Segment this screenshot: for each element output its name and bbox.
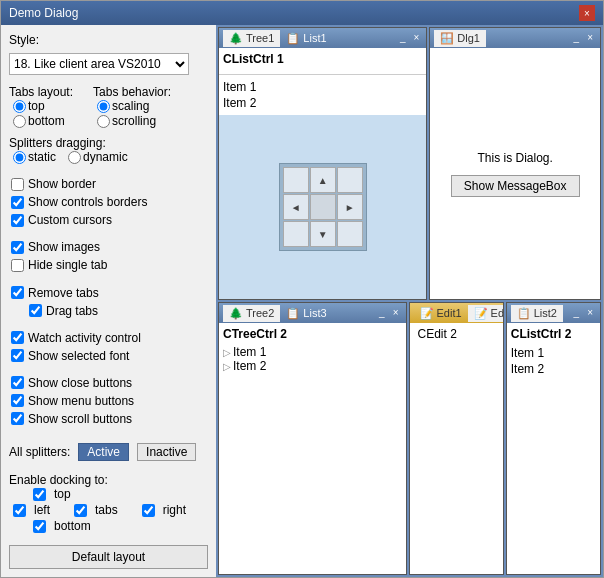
dlg1-close-btn[interactable]: × bbox=[584, 32, 596, 44]
dock-right-checkbox[interactable] bbox=[142, 504, 155, 517]
splitter-cell-bottom[interactable]: ▼ bbox=[310, 221, 336, 247]
cb-show-images-row: Show images bbox=[11, 240, 208, 254]
all-splitters-label: All splitters: bbox=[9, 445, 70, 459]
tab-list3[interactable]: 📋 List3 bbox=[280, 305, 332, 322]
cb-show-controls-row: Show controls borders bbox=[11, 195, 208, 209]
list2-close-btn[interactable]: × bbox=[584, 307, 596, 319]
show-border-checkbox[interactable] bbox=[11, 178, 24, 191]
dock-left-label: left bbox=[34, 503, 50, 517]
tab-dlg1[interactable]: 🪟 Dlg1 bbox=[434, 30, 486, 47]
default-layout-button[interactable]: Default layout bbox=[9, 545, 208, 569]
hide-single-checkbox[interactable] bbox=[11, 259, 24, 272]
splitter-cell-right[interactable]: ► bbox=[337, 194, 363, 220]
tree1-pin-btn[interactable]: _ bbox=[397, 32, 409, 44]
style-row: Style: bbox=[9, 33, 208, 47]
show-controls-checkbox[interactable] bbox=[11, 196, 24, 209]
watch-activity-checkbox[interactable] bbox=[11, 331, 24, 344]
list2-pin-btn[interactable]: _ bbox=[571, 307, 583, 319]
tabs-behavior-scaling: scaling bbox=[97, 99, 171, 113]
hide-single-label: Hide single tab bbox=[28, 258, 107, 272]
splitters-dynamic-label: dynamic bbox=[83, 150, 128, 164]
tab-edit2[interactable]: 📝 Edit2 bbox=[468, 305, 504, 322]
tree2-tab-label: Tree2 bbox=[246, 307, 274, 319]
dock-left-checkbox[interactable] bbox=[13, 504, 26, 517]
show-images-checkbox[interactable] bbox=[11, 241, 24, 254]
cb-show-border-row: Show border bbox=[11, 177, 208, 191]
active-button[interactable]: Active bbox=[78, 443, 129, 461]
left-panel: Style: 18. Like client area VS2010 Tabs … bbox=[1, 25, 216, 577]
left-arrow-icon: ◄ bbox=[291, 202, 301, 213]
show-selected-label: Show selected font bbox=[28, 349, 129, 363]
drag-tabs-label: Drag tabs bbox=[46, 304, 98, 318]
list1-icon: 📋 bbox=[286, 32, 300, 45]
list1-items: Item 1 Item 2 bbox=[219, 75, 426, 115]
list1-item-2: Item 2 bbox=[223, 95, 422, 111]
tree1-close-btn[interactable]: × bbox=[411, 32, 423, 44]
tab-tree2[interactable]: 🌲 Tree2 bbox=[223, 305, 280, 322]
tabs-behavior-scaling-radio[interactable] bbox=[97, 100, 110, 113]
dock-bottom-label: bottom bbox=[54, 519, 91, 533]
cb-show-scroll-row: Show scroll buttons bbox=[11, 412, 208, 426]
tree1-tabs: 🌲 Tree1 📋 List1 bbox=[223, 30, 333, 47]
cb-show-selected-row: Show selected font bbox=[11, 349, 208, 363]
splitter-cell-center[interactable] bbox=[310, 194, 336, 220]
tabs-layout-radios: top bottom bbox=[13, 99, 73, 128]
tree1-panel: 🌲 Tree1 📋 List1 _ × bbox=[218, 27, 427, 300]
up-arrow-icon: ▲ bbox=[318, 175, 328, 186]
tabs-layout-bottom-radio[interactable] bbox=[13, 115, 26, 128]
list2-panel: 📋 List2 _ × CListCtrl 2 Item 1 bbox=[506, 302, 601, 575]
tree1-title-bar: 🌲 Tree1 📋 List1 _ × bbox=[219, 28, 426, 48]
inactive-button[interactable]: Inactive bbox=[137, 443, 196, 461]
top-row: 🌲 Tree1 📋 List1 _ × bbox=[218, 27, 601, 300]
splitters-dragging-radios: static dynamic bbox=[13, 150, 208, 164]
tabs-layout-top-radio[interactable] bbox=[13, 100, 26, 113]
tab-list1[interactable]: 📋 List1 bbox=[280, 30, 332, 47]
tabs-layout-top: top bbox=[13, 99, 73, 113]
tab-tree1[interactable]: 🌲 Tree1 bbox=[223, 30, 280, 47]
remove-tabs-checkbox[interactable] bbox=[11, 286, 24, 299]
splitter-cross-area: ▲ ◄ ► bbox=[219, 115, 426, 299]
dlg1-tabs: 🪟 Dlg1 bbox=[434, 30, 486, 47]
tree2-close-btn[interactable]: × bbox=[390, 307, 402, 319]
dlg1-content: This is Dialog. Show MessageBox bbox=[430, 48, 600, 299]
close-button[interactable]: × bbox=[579, 5, 595, 21]
tab-list2[interactable]: 📋 List2 bbox=[511, 305, 563, 322]
dlg1-pin-btn[interactable]: _ bbox=[571, 32, 583, 44]
custom-cursors-label: Custom cursors bbox=[28, 213, 112, 227]
show-close-checkbox[interactable] bbox=[11, 376, 24, 389]
splitters-static-radio[interactable] bbox=[13, 151, 26, 164]
splitters-dragging: Splitters dragging: static dynamic bbox=[9, 134, 208, 164]
show-messagebox-btn[interactable]: Show MessageBox bbox=[451, 175, 580, 197]
show-menu-label: Show menu buttons bbox=[28, 394, 134, 408]
style-label: Style: bbox=[9, 33, 39, 47]
splitter-cell-left[interactable]: ◄ bbox=[283, 194, 309, 220]
style-select[interactable]: 18. Like client area VS2010 bbox=[9, 53, 189, 75]
tab-edit1[interactable]: 📝 Edit1 bbox=[414, 305, 468, 322]
docking-top-row: top bbox=[13, 487, 208, 501]
docking-mid-row: left tabs right bbox=[13, 503, 208, 517]
docking-bottom-row: bottom bbox=[13, 519, 208, 533]
dock-tabs-label: tabs bbox=[95, 503, 118, 517]
splitter-cell-br bbox=[337, 221, 363, 247]
tree2-item-1-label: Item 1 bbox=[233, 345, 266, 359]
tabs-behavior-scrolling-radio[interactable] bbox=[97, 115, 110, 128]
splitter-cell-top[interactable]: ▲ bbox=[310, 167, 336, 193]
show-close-label: Show close buttons bbox=[28, 376, 132, 390]
splitters-dynamic-radio[interactable] bbox=[68, 151, 81, 164]
tree2-pin-btn[interactable]: _ bbox=[376, 307, 388, 319]
splitter-cell-tr bbox=[337, 167, 363, 193]
custom-cursors-checkbox[interactable] bbox=[11, 214, 24, 227]
edit2-icon: 📝 bbox=[474, 307, 488, 320]
dock-tabs-checkbox[interactable] bbox=[74, 504, 87, 517]
show-menu-checkbox[interactable] bbox=[11, 394, 24, 407]
dock-top-checkbox[interactable] bbox=[33, 488, 46, 501]
show-selected-checkbox[interactable] bbox=[11, 349, 24, 362]
tree-expand-icon-2: ▷ bbox=[223, 361, 231, 372]
drag-tabs-checkbox[interactable] bbox=[29, 304, 42, 317]
tabs-behavior-radios: scaling scrolling bbox=[97, 99, 171, 128]
list-ctrl-header: CListCtrl 1 bbox=[219, 48, 426, 75]
main-content: Style: 18. Like client area VS2010 Tabs … bbox=[1, 25, 603, 577]
dock-bottom-checkbox[interactable] bbox=[33, 520, 46, 533]
edit2-tab-label: Edit2 bbox=[491, 307, 504, 319]
show-scroll-checkbox[interactable] bbox=[11, 412, 24, 425]
